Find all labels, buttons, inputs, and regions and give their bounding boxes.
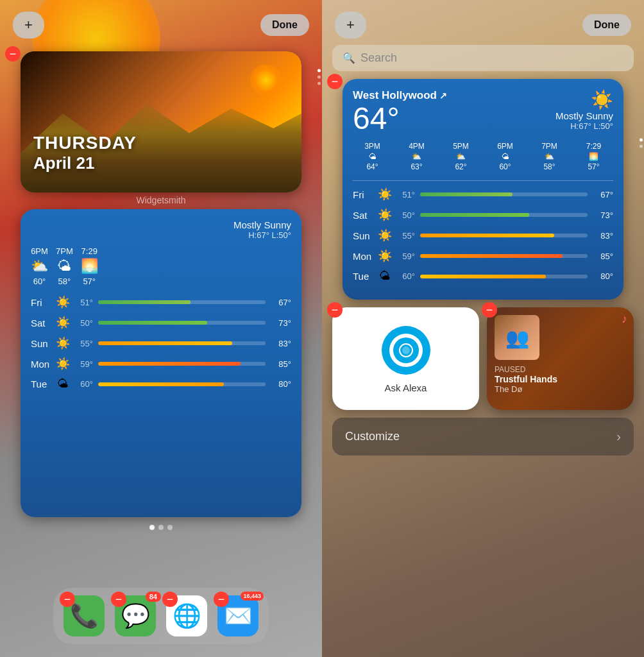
forecast-row: Tue 🌤 60° 80° xyxy=(31,377,291,391)
weather-right-remove-button[interactable]: − xyxy=(327,74,343,89)
music-remove-button[interactable]: − xyxy=(482,302,497,318)
hourly-item: 6PM ⛅ 60° xyxy=(31,246,48,286)
svg-point-4 xyxy=(402,346,410,354)
music-title: Trustful Hands xyxy=(495,374,626,384)
widgetsmith-label: Widgetsmith xyxy=(10,195,312,205)
forecast-row: Mon ☀️ 59° 85° xyxy=(353,249,613,263)
right-top-bar: + Done xyxy=(322,0,644,45)
hourly-item: 3PM 🌤 64° xyxy=(353,142,392,171)
forecast-row: Mon ☀️ 59° 85° xyxy=(31,357,291,371)
weather-icon-right: ☀️ xyxy=(555,89,613,110)
weather-location-right: West Hollywood ↗ xyxy=(353,89,447,102)
messages-badge: 84 xyxy=(146,592,161,602)
music-widget[interactable]: ♪ 👥 PAUSED Trustful Hands The Dø xyxy=(487,307,634,410)
right-done-button[interactable]: Done xyxy=(582,14,631,36)
right-add-button[interactable]: + xyxy=(335,12,366,38)
horizontal-page-dot[interactable] xyxy=(149,525,155,530)
chrome-remove-button[interactable]: − xyxy=(162,592,178,607)
phone-app-icon[interactable]: − 📞 xyxy=(64,595,105,636)
mail-app-icon[interactable]: − ✉️ 16,443 xyxy=(217,595,258,636)
mail-badge: 16,443 xyxy=(241,592,264,601)
alexa-label: Ask Alexa xyxy=(385,382,427,393)
left-top-bar: + Done xyxy=(0,0,322,45)
right-panel: + Done 🔍 Search − West Hollywood ↗ 64° ☀… xyxy=(322,0,644,657)
forecast-row: Fri ☀️ 51° 67° xyxy=(31,295,291,309)
music-status: PAUSED xyxy=(495,365,626,374)
forecast-row: Sun ☀️ 55° 83° xyxy=(31,336,291,350)
hourly-item: 7:29 🌅 57° xyxy=(81,246,98,286)
bottom-widgets-row: − Ask Alexa − ♪ 👥 PAUS xyxy=(332,307,634,410)
hourly-item: 7PM ⛅ 58° xyxy=(530,142,569,171)
widgetsmith-day: THURSDAY xyxy=(33,133,137,153)
widgetsmith-remove-button[interactable]: − xyxy=(5,46,21,62)
forecast-left: Fri ☀️ 51° 67° Sat ☀️ 50° 73° Sun ☀️ 55° xyxy=(31,295,291,391)
alexa-icon xyxy=(380,325,432,376)
weather-widget-left: Mostly Sunny H:67° L:50° 6PM ⛅ 60° 7PM 🌤… xyxy=(21,209,301,517)
weather-condition-right: Mostly Sunny xyxy=(555,110,613,121)
forecast-row: Fri ☀️ 51° 67° xyxy=(353,187,613,201)
dock: − 📞 − 💬 84 − 🌐 − ✉️ 16,443 xyxy=(53,588,269,644)
widgetsmith-widget: THURSDAY April 21 xyxy=(21,51,301,192)
page-dot[interactable] xyxy=(640,145,643,148)
music-note-icon: ♪ xyxy=(622,312,627,326)
chrome-app-icon[interactable]: − 🌐 xyxy=(166,595,207,636)
hourly-item: 6PM 🌤 60° xyxy=(486,142,525,171)
page-dot[interactable] xyxy=(318,76,321,79)
alexa-widget[interactable]: Ask Alexa xyxy=(332,307,479,410)
page-dot[interactable] xyxy=(640,139,643,142)
forecast-row: Sat ☀️ 50° 73° xyxy=(353,208,613,222)
left-add-button[interactable]: + xyxy=(13,12,44,38)
search-placeholder: Search xyxy=(360,51,397,65)
forecast-row: Tue 🌤 60° 80° xyxy=(353,269,613,283)
messages-remove-button[interactable]: − xyxy=(111,592,126,607)
weather-condition-left: Mostly Sunny xyxy=(233,219,291,230)
forecast-row: Sun ☀️ 55° 83° xyxy=(353,228,613,243)
horizontal-page-dot[interactable] xyxy=(158,525,164,530)
chevron-right-icon: › xyxy=(616,429,621,444)
music-album-art: 👥 xyxy=(495,315,539,360)
page-dot[interactable] xyxy=(318,82,321,85)
mail-remove-button[interactable]: − xyxy=(214,592,229,607)
search-bar[interactable]: 🔍 Search xyxy=(332,45,634,71)
hourly-item: 4PM ⛅ 63° xyxy=(397,142,436,171)
hourly-item: 5PM ⛅ 62° xyxy=(441,142,480,171)
customize-button[interactable]: Customize › xyxy=(332,418,634,456)
weather-hl-right: H:67° L:50° xyxy=(555,121,613,131)
left-panel: + Done − THURSDAY April 21 Widgetsmith xyxy=(0,0,322,657)
customize-label: Customize xyxy=(345,430,400,443)
alexa-remove-button[interactable]: − xyxy=(327,302,343,318)
messages-app-icon[interactable]: − 💬 84 xyxy=(115,595,156,636)
hourly-item: 7:29 🌅 57° xyxy=(574,142,613,171)
horizontal-page-dot[interactable] xyxy=(167,525,173,530)
forecast-row: Sat ☀️ 50° 73° xyxy=(31,316,291,330)
hourly-row-right: 3PM 🌤 64° 4PM ⛅ 63° 5PM ⛅ 62° 6PM 🌤 xyxy=(353,142,613,171)
page-dot[interactable] xyxy=(318,69,321,73)
hourly-row-left: 6PM ⛅ 60° 7PM 🌤 58° 7:29 🌅 57° xyxy=(31,246,291,286)
forecast-right: Fri ☀️ 51° 67° Sat ☀️ 50° 73° Sun ☀️ 55° xyxy=(353,187,613,283)
widgetsmith-date: April 21 xyxy=(33,153,137,173)
left-done-button[interactable]: Done xyxy=(260,14,309,36)
weather-temp-right: 64° xyxy=(353,103,447,134)
search-icon: 🔍 xyxy=(343,52,355,64)
weather-hl-left: H:67° L:50° xyxy=(233,230,291,240)
music-artist: The Dø xyxy=(495,384,626,394)
phone-remove-button[interactable]: − xyxy=(60,592,75,607)
hourly-item: 7PM 🌤 58° xyxy=(56,246,73,286)
weather-widget-right: West Hollywood ↗ 64° ☀️ Mostly Sunny H:6… xyxy=(343,79,623,300)
